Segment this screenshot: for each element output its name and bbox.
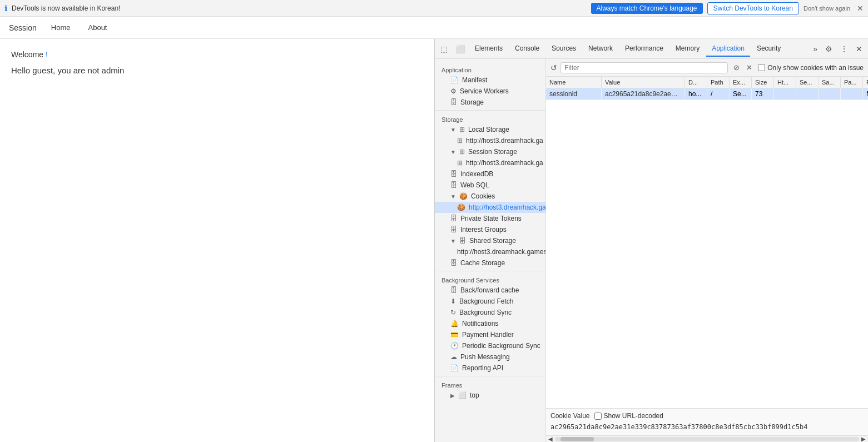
nav-home[interactable]: Home xyxy=(48,21,74,34)
back-forward-icon: 🗄 xyxy=(450,286,457,294)
cookies-icon: 🍪 xyxy=(459,192,468,200)
tab-sources[interactable]: Sources xyxy=(546,41,582,57)
sidebar-item-session-storage-child[interactable]: ⊞ http://host3.dreamhack.ga xyxy=(435,157,545,168)
notifications-icon: 🔔 xyxy=(450,320,459,327)
filter-icons: ⊘ ✕ xyxy=(731,62,755,73)
td-name: sessionid xyxy=(546,88,602,100)
settings-icon[interactable]: ⚙ xyxy=(822,42,836,56)
local-storage-child-label: http://host3.dreamhack.ga xyxy=(466,137,543,145)
scroll-right-icon[interactable]: ▶ xyxy=(861,436,866,442)
show-url-decoded-label[interactable]: Show URL-decoded xyxy=(594,412,663,420)
sidebar-item-bg-sync[interactable]: ↻ Background Sync xyxy=(435,307,545,318)
sidebar-item-local-storage-child[interactable]: ⊞ http://host3.dreamhack.ga xyxy=(435,135,545,146)
sidebar-item-interest-groups[interactable]: 🗄 Interest Groups xyxy=(435,224,545,235)
cookies-label: Cookies xyxy=(471,192,495,200)
sidebar-item-notifications[interactable]: 🔔 Notifications xyxy=(435,318,545,329)
only-show-checkbox-label[interactable]: Only show cookies with an issue xyxy=(758,64,864,72)
bg-fetch-icon: ⬇ xyxy=(450,297,456,305)
sidebar-divider-2 xyxy=(435,271,545,271)
sidebar-item-manifest[interactable]: 📄 Manifest xyxy=(435,75,545,86)
sidebar-item-session-storage[interactable]: ▼ ⊞ Session Storage xyxy=(435,146,545,157)
tab-performance[interactable]: Performance xyxy=(619,41,669,57)
bg-sync-label: Background Sync xyxy=(459,309,512,316)
sidebar-item-indexeddb[interactable]: 🗄 IndexedDB xyxy=(435,168,545,180)
sidebar-item-cookies-child[interactable]: 🍪 http://host3.dreamhack.ga xyxy=(435,202,545,213)
switch-devtools-button[interactable]: Switch DevTools to Korean xyxy=(707,2,799,14)
manifest-icon: 📄 xyxy=(450,76,459,84)
inspect-element-icon[interactable]: ⬚ xyxy=(437,42,451,56)
sidebar-item-cookies[interactable]: ▼ 🍪 Cookies xyxy=(435,191,545,202)
nav-about[interactable]: About xyxy=(85,21,111,34)
application-section-label: Application xyxy=(435,63,545,75)
devtools-panel: ⬚ ⬜ Elements Console Sources Network Per… xyxy=(434,39,868,442)
tab-elements[interactable]: Elements xyxy=(469,41,508,57)
sidebar-item-reporting-api[interactable]: 📄 Reporting API xyxy=(435,362,545,374)
sidebar-item-shared-storage-child[interactable]: http://host3.dreamhack.games xyxy=(435,246,545,257)
sidebar-item-local-storage[interactable]: ▼ ⊞ Local Storage xyxy=(435,124,545,135)
manifest-label: Manifest xyxy=(462,76,487,84)
tab-memory[interactable]: Memory xyxy=(670,41,705,57)
table-row[interactable]: sessionid ac2965a21da8c9e2ae31e3... ho..… xyxy=(546,88,868,100)
filter-input[interactable] xyxy=(561,62,728,73)
push-messaging-label: Push Messaging xyxy=(460,353,510,361)
close-devtools-icon[interactable]: ✕ xyxy=(852,42,866,56)
scroll-thumb xyxy=(561,437,594,441)
dt-main-panel: ↺ ⊘ ✕ Only show cookies with an issue Na… xyxy=(546,59,868,442)
local-storage-expand-icon: ▼ xyxy=(450,127,456,133)
sidebar-item-bg-fetch[interactable]: ⬇ Background Fetch xyxy=(435,296,545,307)
push-messaging-icon: ☁ xyxy=(450,353,457,361)
service-workers-label: Service Workers xyxy=(460,87,509,95)
app-nav: Session Home About xyxy=(0,17,868,39)
only-show-checkbox[interactable] xyxy=(758,64,765,71)
frames-section-label: Frames xyxy=(435,379,545,390)
shared-storage-icon: 🗄 xyxy=(459,237,466,245)
more-tabs-icon[interactable]: » xyxy=(810,42,821,56)
filter-clear-icon[interactable]: ⊘ xyxy=(731,62,742,73)
info-icon: ℹ xyxy=(4,4,7,13)
tab-security[interactable]: Security xyxy=(751,41,786,57)
th-expires: Ex... xyxy=(730,77,752,88)
welcome-link[interactable]: ! xyxy=(46,50,48,59)
sidebar-item-storage[interactable]: 🗄 Storage xyxy=(435,97,545,108)
frames-top-label: top xyxy=(470,391,479,399)
private-state-icon: 🗄 xyxy=(450,215,457,222)
th-partitioned: Pa... xyxy=(841,77,863,88)
devtools-sidebar: Application 📄 Manifest ⚙ Service Workers… xyxy=(435,59,546,442)
filter-close-icon[interactable]: ✕ xyxy=(744,62,755,73)
bottom-scrollbar[interactable]: ◀ ▶ xyxy=(546,435,868,442)
show-url-decoded-text: Show URL-decoded xyxy=(604,412,663,420)
device-toolbar-icon[interactable]: ⬜ xyxy=(452,42,468,56)
sidebar-item-web-sql[interactable]: 🗄 Web SQL xyxy=(435,180,545,191)
tab-application[interactable]: Application xyxy=(706,41,750,57)
sidebar-item-shared-storage[interactable]: ▼ 🗄 Shared Storage xyxy=(435,235,545,246)
sidebar-item-frames-top[interactable]: ▶ ⬜ top xyxy=(435,390,545,401)
indexeddb-label: IndexedDB xyxy=(460,170,493,178)
notification-close-icon[interactable]: ✕ xyxy=(857,4,864,13)
td-expires: Se... xyxy=(730,88,752,100)
sidebar-item-periodic-bg-sync[interactable]: 🕐 Periodic Background Sync xyxy=(435,340,545,351)
customize-icon[interactable]: ⋮ xyxy=(837,42,851,56)
payment-handler-icon: 💳 xyxy=(450,331,459,339)
always-match-button[interactable]: Always match Chrome's language xyxy=(591,3,703,14)
sidebar-item-service-workers[interactable]: ⚙ Service Workers xyxy=(435,86,545,97)
cv-title: Cookie Value xyxy=(550,412,590,420)
bg-sync-icon: ↻ xyxy=(450,309,456,316)
sidebar-item-cache-storage[interactable]: 🗄 Cache Storage xyxy=(435,257,545,269)
notification-bar: ℹ DevTools is now available in Korean! A… xyxy=(0,0,868,17)
sidebar-item-back-forward[interactable]: 🗄 Back/forward cache xyxy=(435,285,545,296)
sidebar-item-payment-handler[interactable]: 💳 Payment Handler xyxy=(435,329,545,340)
cache-storage-label: Cache Storage xyxy=(460,259,505,267)
scroll-left-icon[interactable]: ◀ xyxy=(548,436,553,442)
show-url-decoded-checkbox[interactable] xyxy=(594,413,602,420)
tab-network[interactable]: Network xyxy=(583,41,618,57)
reload-button[interactable]: ↺ xyxy=(550,63,557,72)
sidebar-item-private-state[interactable]: 🗄 Private State Tokens xyxy=(435,213,545,224)
th-priority: P... xyxy=(863,77,868,88)
scroll-track[interactable] xyxy=(555,437,859,441)
devtools-toolbar: ⬚ ⬜ Elements Console Sources Network Per… xyxy=(435,39,868,59)
tab-console[interactable]: Console xyxy=(509,41,545,57)
sidebar-item-push-messaging[interactable]: ☁ Push Messaging xyxy=(435,351,545,362)
session-storage-icon: ⊞ xyxy=(459,148,465,156)
dont-show-again[interactable]: Don't show again xyxy=(803,5,850,12)
welcome-text: Welcome ! xyxy=(11,50,423,59)
